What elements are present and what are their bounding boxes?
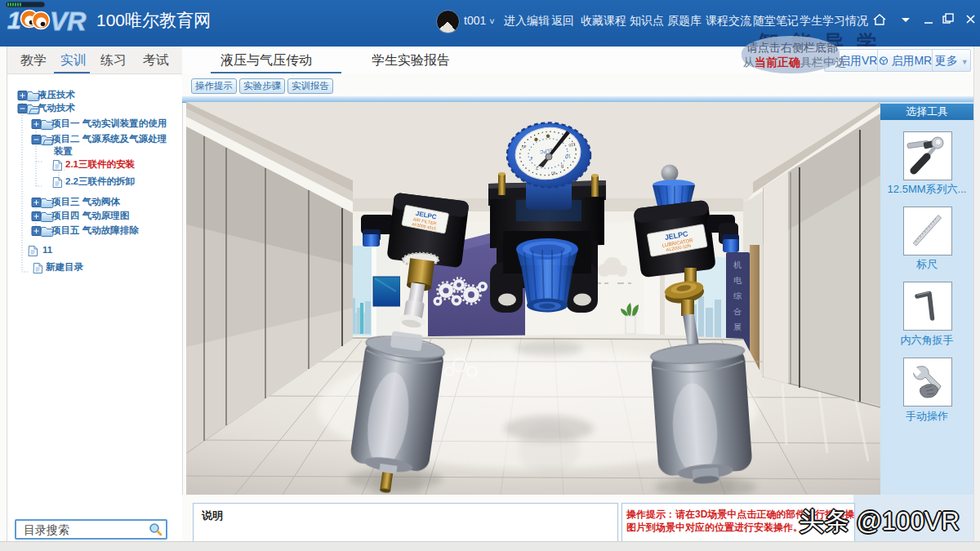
svg-text:1: 1 — [7, 7, 21, 33]
svg-text:60: 60 — [550, 171, 556, 176]
svg-text:120: 120 — [568, 142, 576, 148]
svg-text:VR: VR — [50, 7, 86, 35]
svg-text:40: 40 — [521, 144, 527, 150]
